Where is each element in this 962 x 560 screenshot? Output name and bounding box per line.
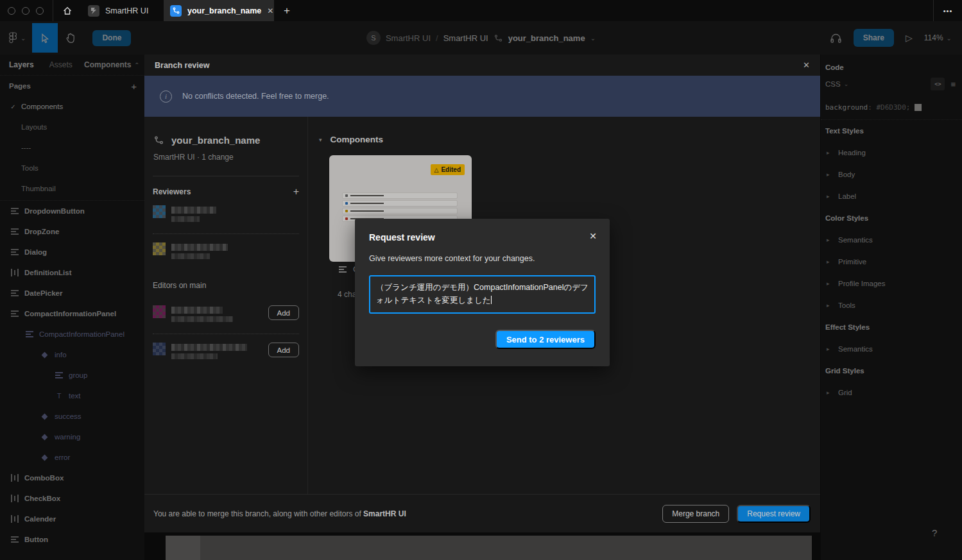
status-dot <box>345 210 348 212</box>
redacted-name <box>171 207 216 214</box>
reviewer-row <box>153 205 299 222</box>
close-icon[interactable]: ✕ <box>589 231 597 241</box>
tab-smarthr-ui[interactable]: SmartHR UI <box>82 0 164 21</box>
send-to-reviewers-button[interactable]: Send to 2 reviewers <box>495 330 596 349</box>
redacted-name <box>171 244 228 251</box>
preview-row <box>342 200 458 207</box>
close-icon[interactable]: ✕ <box>803 60 810 70</box>
components-section-header[interactable]: ▾ Components <box>319 135 383 144</box>
tab-your-branch-name[interactable]: your_branch_name ✕ <box>164 0 274 21</box>
avatar <box>153 343 166 355</box>
tab-label: SmartHR UI <box>105 6 148 15</box>
redacted-subtext <box>171 353 218 359</box>
branch-name: your_branch_name <box>171 135 260 146</box>
status-dot <box>345 202 348 205</box>
no-conflicts-banner: i No conflicts detected. Feel free to me… <box>144 76 820 117</box>
text-placeholder <box>350 210 384 212</box>
review-context-textarea[interactable]: （ブランチ運用のデモ用）CompactInfomationPanelのデフォルト… <box>369 275 596 314</box>
avatar <box>153 242 166 255</box>
text-placeholder <box>350 203 384 204</box>
window-close-button[interactable] <box>8 7 15 15</box>
editor-row: Add <box>153 305 299 322</box>
home-icon <box>62 6 73 16</box>
branch-summary-panel: your_branch_name SmartHR UI · 1 change R… <box>144 117 308 494</box>
figma-file-icon <box>88 5 99 17</box>
avatar <box>153 205 166 218</box>
redacted-name <box>171 344 247 351</box>
info-icon: i <box>160 90 172 103</box>
request-review-button[interactable]: Request review <box>737 505 811 523</box>
dialog-subtitle: Give reviewers more context for your cha… <box>369 254 535 263</box>
divider <box>153 176 299 176</box>
reviewers-header: Reviewers + <box>153 186 299 198</box>
branch-icon <box>154 135 164 145</box>
frame-icon <box>339 266 347 273</box>
add-reviewer-button[interactable]: + <box>293 186 299 198</box>
preview-row <box>342 192 458 199</box>
new-tab-button[interactable]: + <box>274 4 300 17</box>
divider <box>153 233 299 234</box>
textarea-value: （ブランチ運用のデモ用）CompactInfomationPanelのデフォルト… <box>376 283 588 305</box>
merge-permission-text: You are able to merge this branch, along… <box>153 509 406 518</box>
window-zoom-button[interactable] <box>36 7 44 15</box>
window-minimize-button[interactable] <box>22 7 30 15</box>
overflow-menu-icon[interactable]: ••• <box>934 7 962 15</box>
tab-label: your_branch_name <box>187 6 261 15</box>
branch-name-row: your_branch_name <box>154 135 260 146</box>
edited-badge: △ Edited <box>431 164 465 175</box>
editors-on-main-header: Editors on main <box>153 281 299 290</box>
add-editor-button[interactable]: Add <box>268 343 299 357</box>
branch-review-header: Branch review ✕ <box>144 55 820 76</box>
window-controls <box>0 7 53 15</box>
redacted-subtext <box>171 253 210 259</box>
status-dot <box>345 194 348 197</box>
figma-window: SmartHR UI your_branch_name ✕ + ••• ⌄ <box>0 0 962 560</box>
divider <box>153 334 299 334</box>
text-caret <box>491 296 492 304</box>
request-review-dialog: Request review ✕ Give reviewers more con… <box>355 219 610 366</box>
branch-meta: SmartHR UI · 1 change <box>153 153 234 162</box>
redacted-subtext <box>171 216 200 222</box>
preview-row <box>342 208 458 214</box>
redacted-name <box>171 307 223 314</box>
add-editor-button[interactable]: Add <box>268 305 299 320</box>
status-dot <box>345 217 348 220</box>
branch-review-title: Branch review <box>155 61 209 70</box>
tab-bar: SmartHR UI your_branch_name ✕ + ••• <box>0 0 962 21</box>
avatar <box>153 305 166 318</box>
merge-branch-button[interactable]: Merge branch <box>662 505 729 523</box>
branch-review-footer: You are able to merge this branch, along… <box>144 494 820 532</box>
dialog-title: Request review <box>369 232 435 242</box>
text-placeholder <box>350 195 384 196</box>
home-button[interactable] <box>53 0 82 21</box>
redacted-subtext <box>171 316 233 322</box>
editor-row: Add <box>153 343 299 359</box>
close-tab-icon[interactable]: ✕ <box>267 6 273 15</box>
banner-text: No conflicts detected. Feel free to merg… <box>182 92 329 101</box>
reviewer-row <box>153 242 299 259</box>
warning-triangle-icon: △ <box>434 167 439 173</box>
chevron-down-icon: ▾ <box>319 137 322 143</box>
branch-icon <box>170 5 182 17</box>
